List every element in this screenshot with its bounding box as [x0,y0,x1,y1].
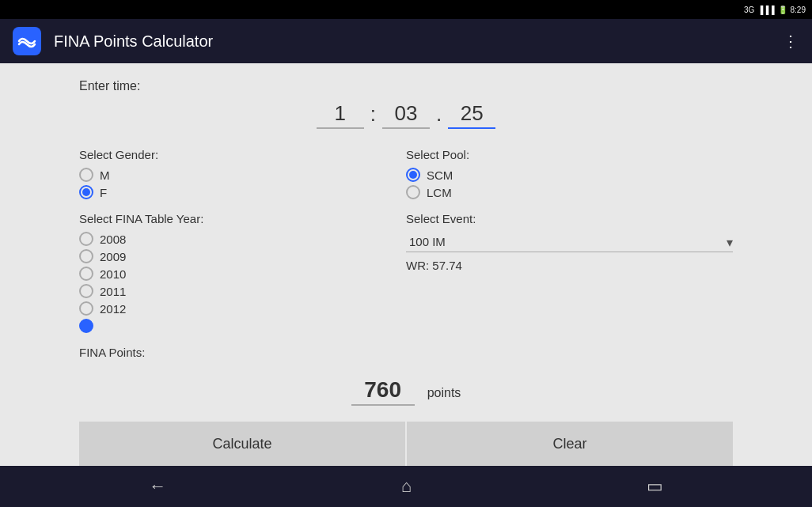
gender-radio-f[interactable] [79,185,93,199]
home-button[interactable]: ⌂ [401,476,412,497]
fina-points-unit: points [427,386,461,400]
year-radio-2010[interactable] [79,267,93,281]
year-radio-2008[interactable] [79,232,93,246]
time-centiseconds-input[interactable]: 25 [448,100,495,129]
gender-radio-group: M F [79,168,406,199]
pool-option-scm[interactable]: SCM [406,168,733,182]
gender-option-m[interactable]: M [79,168,406,182]
app-title: FINA Points Calculator [54,32,770,51]
gender-option-f[interactable]: F [79,185,406,199]
time-display: 8:29 [791,6,806,14]
pool-radio-group: SCM LCM [406,168,733,199]
action-buttons: Calculate Clear [79,422,733,466]
wifi-icon: ▐▐▐ [757,6,774,14]
world-record-label: WR: 57.74 [406,259,733,272]
event-selected-value[interactable]: 100 IM [406,232,733,252]
fina-points-value: 760 [351,376,415,406]
time-input-row: 1 : 03 . 25 [79,100,733,129]
year-label-2010: 2010 [100,267,126,281]
fina-points-container: 760 points [79,376,733,406]
year-radio-2013[interactable] [79,319,93,333]
back-button[interactable]: ← [149,476,166,497]
fina-points-label: FINA Points: [79,346,406,359]
status-bar: 3G ▐▐▐ 🔋 8:29 [0,0,812,19]
pool-label-scm: SCM [427,168,453,182]
year-option-2011[interactable]: 2011 [79,284,406,298]
bottom-nav: ← ⌂ ▭ [0,466,812,507]
gender-label-m: M [100,168,110,182]
clear-button[interactable]: Clear [407,422,733,466]
pool-option-lcm[interactable]: LCM [406,185,733,199]
event-select-row[interactable]: 100 IM ▾ [406,232,733,252]
app-bar: FINA Points Calculator ⋮ [0,19,812,63]
recents-button[interactable]: ▭ [647,476,663,497]
app-logo [13,27,41,55]
right-column: Select Pool: SCM LCM Select Event: 100 I… [406,148,733,369]
battery-icon: 🔋 [778,6,787,14]
year-label-2008: 2008 [100,233,126,246]
gender-label-f: F [100,186,107,199]
main-content: Enter time: 1 : 03 . 25 Select Gender: M… [0,63,812,466]
pool-label: Select Pool: [406,148,733,161]
pool-label-lcm: LCM [427,186,452,199]
year-label-2012: 2012 [100,302,126,316]
event-label: Select Event: [406,212,733,225]
menu-button[interactable]: ⋮ [783,32,799,51]
time-colon-sep: : [367,102,379,127]
fina-year-label: Select FINA Table Year: [79,212,406,225]
form-columns: Select Gender: M F Select FINA Table Yea… [79,148,733,369]
signal-icon: 3G [744,6,754,14]
enter-time-label: Enter time: [79,79,733,93]
year-option-2013[interactable]: 2013 [79,319,406,333]
year-option-2009[interactable]: 2009 [79,249,406,263]
year-option-2010[interactable]: 2010 [79,267,406,281]
gender-radio-m[interactable] [79,168,93,182]
year-radio-2011[interactable] [79,284,93,298]
pool-radio-lcm[interactable] [406,185,420,199]
left-column: Select Gender: M F Select FINA Table Yea… [79,148,406,369]
year-radio-2009[interactable] [79,249,93,263]
time-minutes-input[interactable]: 1 [317,100,364,129]
calculate-button[interactable]: Calculate [79,422,405,466]
fina-year-radio-group: 2008 2009 2010 2011 2012 [79,232,406,333]
status-icons: 3G ▐▐▐ 🔋 8:29 [744,6,806,14]
gender-label: Select Gender: [79,148,406,161]
year-label-2011: 2011 [100,285,126,298]
year-option-2008[interactable]: 2008 [79,232,406,246]
year-label-2009: 2009 [100,250,126,263]
event-dropdown-arrow-icon[interactable]: ▾ [727,235,733,250]
time-dot-sep: . [433,102,445,127]
year-radio-2012[interactable] [79,301,93,316]
time-seconds-input[interactable]: 03 [382,100,430,129]
pool-radio-scm[interactable] [406,168,420,182]
year-option-2012[interactable]: 2012 [79,301,406,316]
